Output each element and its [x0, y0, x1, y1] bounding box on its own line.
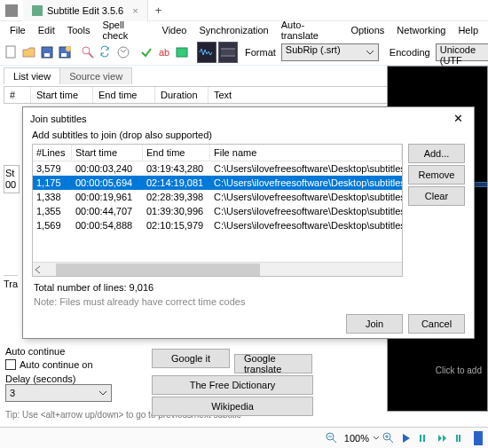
encoding-select[interactable]: Unicode (UTF [436, 43, 488, 61]
auto-continue-panel: Auto continue Auto continue on Delay (se… [5, 346, 130, 402]
visual-sync-button[interactable] [138, 42, 154, 63]
position-marker-icon[interactable] [474, 431, 483, 445]
menu-options[interactable]: Options [344, 22, 390, 38]
tab-listview[interactable]: List view [4, 67, 60, 84]
wikipedia-button[interactable]: Wikipedia [152, 397, 313, 416]
col-start[interactable]: Start time [31, 87, 93, 103]
list-item[interactable]: 1,56900:00:54,88802:10:15,979C:\Users\il… [33, 218, 402, 232]
add-button[interactable]: Add... [408, 144, 465, 163]
save-button[interactable] [39, 42, 55, 63]
find-button[interactable] [80, 42, 96, 63]
total-lines-label: Total number of lines: 9,016 [23, 277, 474, 293]
video-button[interactable] [218, 42, 238, 63]
tab-sourceview[interactable]: Source view [59, 67, 132, 84]
free-dictionary-button[interactable]: The Free Dictionary [152, 375, 313, 395]
dialog-title: Join subtitles [30, 114, 87, 124]
horizontal-scrollbar[interactable] [33, 262, 402, 276]
toolbar: ab Format SubRip (.srt) Encoding Unicode… [0, 39, 488, 66]
bottom-toolbar: 100% [0, 427, 488, 448]
menu-tools[interactable]: Tools [61, 22, 97, 38]
dialog-subtitle: Add subtitles to join (drop also support… [23, 130, 474, 144]
google-it-button[interactable]: Google it [152, 349, 230, 368]
translate-section-fragment: Tra [4, 275, 18, 289]
svg-rect-0 [6, 46, 15, 58]
delay-select[interactable]: 3 [5, 384, 112, 402]
svg-rect-10 [177, 48, 187, 57]
zoom-value: 100% [344, 433, 369, 444]
list-item[interactable]: 3,57900:00:03,24003:19:43,280C:\Users\il… [33, 161, 402, 176]
remove-button[interactable]: Remove [408, 165, 465, 185]
file-list-rows: 3,57900:00:03,24003:19:43,280C:\Users\il… [33, 161, 402, 232]
spellcheck-button[interactable]: ab [156, 42, 172, 63]
col-end[interactable]: End time [143, 145, 210, 161]
zoom-in-button[interactable] [381, 430, 397, 446]
new-tab-button[interactable]: + [148, 4, 169, 17]
svg-rect-21 [420, 435, 421, 442]
format-select[interactable]: SubRip (.srt) [281, 43, 379, 61]
open-file-button[interactable] [21, 42, 37, 63]
list-item[interactable]: 1,17500:00:05,69402:14:19,081C:\Users\il… [33, 176, 402, 190]
format-value: SubRip (.srt) [286, 44, 341, 55]
list-item[interactable]: 1,35500:00:44,70701:39:30,996C:\Users\il… [33, 204, 402, 218]
svg-text:ab: ab [159, 47, 169, 58]
menu-help[interactable]: Help [452, 22, 484, 38]
encoding-value: Unicode (UTF [440, 44, 476, 66]
end-button[interactable] [452, 430, 468, 446]
join-button[interactable]: Join [346, 314, 403, 334]
cancel-button[interactable]: Cancel [408, 314, 465, 334]
format-label: Format [245, 47, 276, 58]
chevron-down-icon [98, 389, 107, 397]
new-file-button[interactable] [4, 42, 20, 63]
dialog-note: Note: Files must already have correct ti… [23, 293, 474, 310]
settings-button[interactable] [174, 42, 190, 63]
svg-rect-12 [221, 48, 235, 50]
col-duration[interactable]: Duration [155, 87, 209, 103]
app-title: Subtitle Edit 3.5.6 [47, 5, 123, 16]
menu-bar: File Edit Tools Spell check Video Synchr… [0, 21, 488, 39]
auto-continue-checkbox[interactable]: Auto continue on [5, 359, 130, 370]
menu-file[interactable]: File [4, 22, 32, 38]
menu-networking[interactable]: Networking [390, 22, 452, 38]
auto-continue-label: Auto continue on [20, 359, 93, 370]
col-file[interactable]: File name [210, 145, 402, 161]
scrollbar-thumb[interactable] [56, 263, 260, 276]
col-end[interactable]: End time [93, 87, 155, 103]
save-as-button[interactable] [57, 42, 73, 63]
menu-autotranslate[interactable]: Auto-translate [275, 17, 345, 43]
svg-rect-22 [423, 435, 425, 442]
file-list[interactable]: #Lines Start time End time File name 3,5… [32, 144, 403, 277]
dialog-close-button[interactable]: ✕ [450, 112, 467, 125]
close-tab-button[interactable]: × [132, 5, 138, 16]
title-bar: Subtitle Edit 3.5.6 × + [0, 0, 488, 21]
encoding-label: Encoding [390, 47, 430, 58]
list-item[interactable]: 1,33800:00:19,96102:28:39,398C:\Users\il… [33, 190, 402, 204]
google-translate-button[interactable]: Google translate [234, 354, 312, 373]
svg-line-15 [333, 439, 336, 443]
svg-line-7 [89, 53, 93, 58]
fix-errors-button[interactable] [115, 42, 131, 63]
checkbox-icon [5, 359, 16, 370]
scroll-left-icon[interactable] [33, 264, 43, 275]
delay-value: 3 [10, 388, 15, 398]
menu-sync[interactable]: Synchronization [193, 22, 274, 38]
menu-video[interactable]: Video [156, 22, 193, 38]
play-button[interactable] [398, 430, 414, 446]
auto-continue-heading: Auto continue [5, 346, 130, 357]
replace-button[interactable] [98, 42, 114, 63]
menu-spell[interactable]: Spell check [96, 17, 155, 43]
svg-rect-13 [221, 55, 235, 57]
zoom-out-button[interactable] [324, 430, 340, 446]
col-start[interactable]: Start time [72, 145, 143, 161]
col-number[interactable]: # [4, 87, 31, 103]
document-icon [32, 5, 43, 16]
clear-button[interactable]: Clear [408, 186, 465, 206]
chevron-down-icon[interactable] [373, 435, 380, 442]
waveform-button[interactable] [197, 42, 216, 63]
svg-point-6 [83, 47, 90, 54]
prev-button[interactable] [416, 430, 432, 446]
chevron-down-icon [366, 48, 374, 57]
next-button[interactable] [434, 430, 450, 446]
lookup-buttons: Google it Google translate The Free Dict… [151, 348, 328, 417]
col-lines[interactable]: #Lines [33, 145, 72, 161]
menu-edit[interactable]: Edit [32, 22, 61, 38]
